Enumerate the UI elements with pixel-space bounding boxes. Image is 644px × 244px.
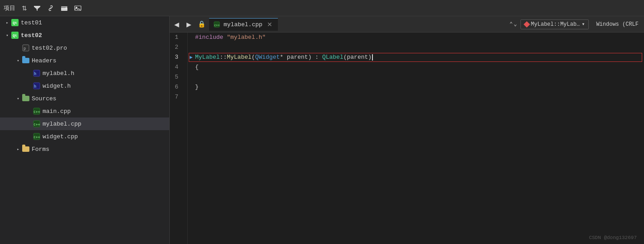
sidebar-item-widgetcpp[interactable]: c++ widget.cpp	[0, 130, 169, 143]
svg-text:c++: c++	[33, 122, 40, 127]
label-widgeth: widget.h	[43, 83, 71, 89]
code-content[interactable]: #include "mylabel.h" ▶ MyLabel :: MyLabe…	[188, 33, 644, 244]
sidebar-item-test02pro[interactable]: p test02.pro	[0, 42, 169, 54]
label-forms: Forms	[32, 146, 49, 153]
tab-close-button[interactable]: ✕	[266, 21, 273, 28]
line-num-5: 5	[170, 72, 183, 82]
sidebar-item-mylabelh[interactable]: h mylabel.h	[0, 67, 169, 80]
editor-tab-bar: ◀ ▶ 🔒 c++ mylabel.cpp ✕ ⌃ ⌄	[170, 16, 644, 33]
main-content: Qt test01 Qt test02 p test02.pro	[0, 16, 644, 244]
svg-text:+: +	[65, 6, 67, 10]
line-num-7: 7	[170, 92, 183, 102]
open-brace: {	[195, 62, 199, 72]
diamond-class-icon	[524, 21, 530, 27]
sidebar-item-mylabelcpp[interactable]: c++ mylabel.cpp	[0, 117, 169, 130]
h-file-icon-mylabel: h	[33, 69, 41, 77]
line-num-2: 2	[170, 42, 183, 52]
cpp-tab-icon: c++	[214, 21, 220, 28]
sidebar-item-headers[interactable]: Headers	[0, 54, 169, 67]
param-type: QWidget	[255, 52, 280, 62]
cpp-file-icon-main: c++	[33, 107, 41, 115]
link-button[interactable]	[45, 4, 56, 13]
cpp-file-icon-mylabel: c++	[33, 120, 41, 128]
sidebar-item-test01[interactable]: Qt test01	[0, 16, 169, 29]
label-sources: Sources	[32, 95, 57, 102]
folder-yellow-icon	[22, 145, 30, 153]
folder-green-icon	[22, 94, 30, 103]
sidebar-item-test02[interactable]: Qt test02	[0, 29, 169, 42]
toolbar-label: 项目	[4, 4, 15, 12]
project-toolbar: 项目 ⇅ +	[0, 0, 644, 16]
line-numbers: 1 2 3 4 5 6 7	[170, 33, 188, 244]
svg-text:h: h	[34, 84, 36, 89]
sidebar-item-widgeth[interactable]: h widget.h	[0, 80, 169, 92]
text-cursor	[372, 54, 373, 61]
code-line-7	[195, 92, 644, 102]
code-editor: ◀ ▶ 🔒 c++ mylabel.cpp ✕ ⌃ ⌄	[170, 16, 644, 244]
code-line-3: ▶ MyLabel :: MyLabel ( QWidget * parent)…	[195, 52, 644, 62]
close-brace: }	[195, 82, 199, 92]
tab-right-controls: ⌃ ⌄ MyLabel::MyLab… ▾ Windows (CRLF	[510, 19, 642, 29]
space-1	[223, 33, 227, 42]
label-test02: test02	[21, 32, 42, 39]
cpp-file-icon-widget: c++	[33, 132, 41, 141]
project-sidebar: Qt test01 Qt test02 p test02.pro	[0, 16, 170, 244]
sidebar-item-forms[interactable]: Forms	[0, 143, 169, 155]
watermark: CSDN @dong132697	[589, 235, 637, 240]
code-line-1: #include "mylabel.h"	[195, 33, 644, 42]
code-area: 1 2 3 4 5 6 7 #include "mylabel.h"	[170, 33, 644, 244]
sidebar-item-maincpp[interactable]: c++ main.cpp	[0, 105, 169, 117]
svg-text:p: p	[24, 46, 26, 51]
svg-text:c++: c++	[33, 110, 40, 114]
sort-button[interactable]: ⇅	[20, 4, 29, 12]
sidebar-item-sources[interactable]: Sources	[0, 92, 169, 105]
lock-icon: 🔒	[196, 20, 207, 28]
code-line-4: {	[195, 62, 644, 72]
class-label: MyLabel::MyLab…	[531, 21, 580, 28]
file-nav-arrows[interactable]: ⌃ ⌄	[510, 21, 517, 28]
code-line-2	[195, 42, 644, 52]
svg-text:c++: c++	[33, 135, 40, 139]
line-num-6: 6	[170, 82, 183, 92]
line-num-4: 4	[170, 62, 183, 72]
include-file: "mylabel.h"	[227, 33, 266, 42]
qt-icon-test02: Qt	[11, 31, 19, 39]
tree-arrow-headers	[14, 57, 22, 64]
filter-button[interactable]	[32, 4, 43, 13]
label-headers: Headers	[32, 57, 57, 64]
line-num-3: 3	[170, 52, 183, 62]
label-maincpp: main.cpp	[43, 108, 71, 115]
pro-icon: p	[22, 44, 30, 52]
tab-nav-back[interactable]: ◀	[172, 20, 182, 29]
new-folder-button[interactable]: +	[59, 4, 70, 13]
line-num-1: 1	[170, 33, 183, 42]
tree-arrow-sources	[14, 95, 22, 102]
code-line-6: }	[195, 82, 644, 92]
parent-class: QLabel	[322, 52, 343, 62]
label-widgetcpp: widget.cpp	[43, 133, 78, 140]
tree-arrow-test01	[4, 19, 11, 26]
qt-icon-test01: Qt	[11, 19, 19, 27]
label-test02pro: test02.pro	[32, 45, 67, 52]
folder-blue-icon	[22, 56, 30, 65]
encoding-label: Windows (CRLF	[592, 21, 642, 28]
active-tab[interactable]: c++ mylabel.cpp ✕	[209, 18, 278, 31]
gutter-arrow: ▶	[190, 52, 193, 62]
image-button[interactable]	[72, 4, 83, 13]
class-dropdown-arrow: ▾	[582, 21, 585, 28]
svg-text:h: h	[34, 71, 36, 76]
h-file-icon-widget: h	[33, 82, 41, 90]
class-dropdown[interactable]: MyLabel::MyLab… ▾	[520, 19, 589, 29]
method-name: MyLabel	[227, 52, 252, 62]
class-name-1: MyLabel	[195, 52, 220, 62]
label-test01: test01	[21, 19, 42, 26]
svg-text:c++: c++	[214, 23, 220, 27]
label-mylabelcpp: mylabel.cpp	[43, 121, 81, 127]
label-mylabelh: mylabel.h	[43, 70, 74, 77]
tab-filename: mylabel.cpp	[224, 21, 262, 28]
code-line-5	[195, 72, 644, 82]
tab-nav-forward[interactable]: ▶	[184, 20, 194, 29]
include-keyword: #include	[195, 33, 223, 42]
tree-arrow-test02	[4, 32, 11, 39]
tree-arrow-forms	[14, 145, 22, 153]
